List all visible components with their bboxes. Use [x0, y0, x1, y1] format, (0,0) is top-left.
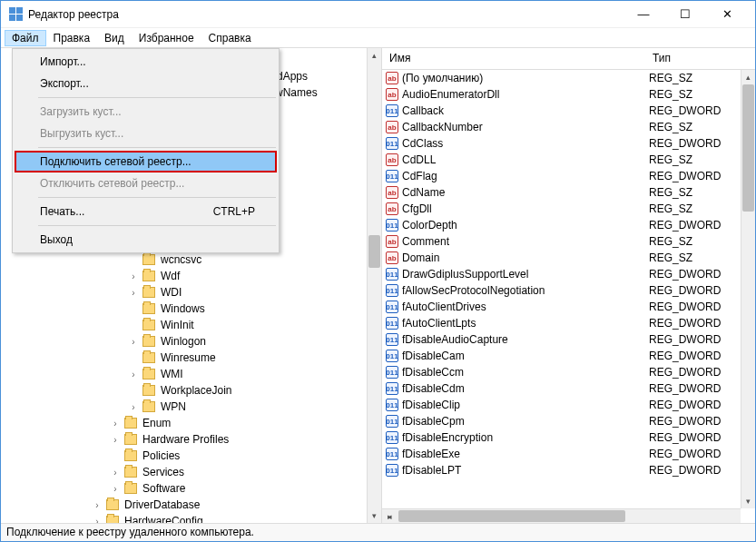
tree-item[interactable]: ›Wdf	[1, 268, 367, 284]
tree-item[interactable]: ›Enum	[1, 415, 367, 431]
tree-item[interactable]: ›Winlogon	[1, 333, 367, 350]
menu-export[interactable]: Экспорт...	[15, 73, 277, 94]
tree-item[interactable]: Windows	[1, 301, 367, 317]
menu-edit[interactable]: Правка	[46, 30, 98, 46]
folder-icon	[142, 271, 155, 281]
scrollbar-thumb[interactable]	[368, 235, 380, 268]
value-row[interactable]: 011fAllowSecProtocolNegotiationREG_DWORD	[382, 282, 741, 299]
tree-item[interactable]: ›DriverDatabase	[1, 497, 367, 513]
expand-icon[interactable]: ›	[110, 419, 121, 429]
value-row[interactable]: 011fAutoClientLptsREG_DWORD	[382, 315, 741, 331]
scrollbar-thumb[interactable]	[742, 84, 754, 212]
value-row[interactable]: abDomainREG_SZ	[382, 250, 741, 266]
tree-item[interactable]: ›WPN	[1, 399, 367, 415]
menu-connect-network-registry[interactable]: Подключить сетевой реестр...	[15, 151, 277, 172]
dword-value-icon: 011	[386, 317, 398, 330]
expand-icon[interactable]: ›	[128, 402, 139, 412]
menu-exit[interactable]: Выход	[15, 229, 277, 251]
scroll-up-icon[interactable]: ▴	[368, 48, 381, 63]
menu-separator	[38, 147, 276, 148]
tree-label: Hardware Profiles	[141, 433, 231, 446]
value-type: REG_SZ	[649, 251, 692, 264]
tree-item[interactable]: ›HardwareConfig	[1, 513, 367, 523]
value-type: REG_SZ	[649, 153, 692, 166]
menu-favorites[interactable]: Избранное	[132, 30, 201, 46]
list-scrollbar-v[interactable]: ▴ ▾	[741, 70, 755, 508]
column-type[interactable]: Тип	[645, 48, 755, 69]
column-name[interactable]: Имя	[382, 48, 645, 69]
scroll-up-icon[interactable]: ▴	[741, 70, 755, 84]
value-row[interactable]: abCfgDllREG_SZ	[382, 201, 741, 217]
value-row[interactable]: abCdDLLREG_SZ	[382, 152, 741, 168]
value-row[interactable]: 011fDisableAudioCaptureREG_DWORD	[382, 331, 741, 348]
minimize-button[interactable]: —	[623, 1, 664, 28]
value-name: Comment	[402, 235, 649, 248]
value-row[interactable]: 011fDisableLPTREG_DWORD	[382, 462, 741, 478]
value-row[interactable]: 011CdClassREG_DWORD	[382, 135, 741, 152]
value-row[interactable]: 011CdFlagREG_DWORD	[382, 168, 741, 184]
expand-icon[interactable]: ›	[128, 370, 139, 379]
tree-item[interactable]: ›WDI	[1, 284, 367, 301]
expand-icon[interactable]: ›	[92, 500, 103, 510]
values-pane: Имя Тип ab(По умолчанию)REG_SZabAudioEnu…	[382, 48, 755, 523]
expand-icon[interactable]: ›	[128, 271, 139, 281]
value-row[interactable]: 011ColorDepthREG_DWORD	[382, 217, 741, 233]
menu-view[interactable]: Вид	[97, 30, 132, 46]
tree-item[interactable]: ›WMI	[1, 366, 367, 382]
value-type: REG_DWORD	[649, 219, 721, 232]
tree-item[interactable]: Policies	[1, 448, 367, 464]
value-row[interactable]: abCommentREG_SZ	[382, 233, 741, 250]
tree-label: Winlogon	[159, 335, 208, 348]
scrollbar-thumb-h[interactable]	[398, 510, 625, 522]
value-row[interactable]: 011fDisableCcmREG_DWORD	[382, 364, 741, 380]
expand-icon[interactable]: ›	[92, 517, 103, 524]
value-row[interactable]: abAudioEnumeratorDllREG_SZ	[382, 86, 741, 103]
tree-label: WorkplaceJoin	[159, 384, 233, 397]
tree-item[interactable]: wcncsvc	[1, 251, 367, 268]
value-row[interactable]: abCallbackNumberREG_SZ	[382, 119, 741, 135]
tree-item[interactable]: WinInit	[1, 317, 367, 333]
value-row[interactable]: 011fDisableCdmREG_DWORD	[382, 380, 741, 397]
expand-icon[interactable]: ›	[110, 468, 121, 478]
value-row[interactable]: 011fDisableEncryptionREG_DWORD	[382, 429, 741, 446]
menu-help[interactable]: Справка	[201, 30, 259, 46]
close-button[interactable]: ✕	[706, 1, 748, 28]
value-row[interactable]: ab(По умолчанию)REG_SZ	[382, 70, 741, 86]
dword-value-icon: 011	[386, 268, 398, 281]
value-row[interactable]: 011fAutoClientDrivesREG_DWORD	[382, 299, 741, 315]
folder-icon	[124, 483, 137, 494]
expand-icon[interactable]: ›	[128, 337, 139, 347]
dword-value-icon: 011	[386, 284, 398, 297]
value-row[interactable]: abCdNameREG_SZ	[382, 184, 741, 201]
list-scrollbar-h[interactable]: ◂ ▸	[382, 508, 741, 523]
tree-scrollbar[interactable]: ▴ ▾	[367, 48, 381, 523]
dword-value-icon: 011	[386, 170, 398, 182]
expand-icon[interactable]: ›	[110, 435, 121, 445]
value-name: DrawGdiplusSupportLevel	[402, 268, 649, 281]
value-row[interactable]: 011fDisableClipREG_DWORD	[382, 397, 741, 413]
tree-item[interactable]: WorkplaceJoin	[1, 382, 367, 399]
tree-item[interactable]: ›Hardware Profiles	[1, 431, 367, 448]
scroll-right-icon[interactable]: ▸	[382, 509, 397, 523]
value-row[interactable]: 011fDisableExeREG_DWORD	[382, 446, 741, 462]
scroll-down-icon[interactable]: ▾	[368, 508, 381, 523]
maximize-button[interactable]: ☐	[664, 1, 706, 28]
menu-print[interactable]: Печать... CTRL+P	[15, 201, 277, 222]
value-row[interactable]: 011DrawGdiplusSupportLevelREG_DWORD	[382, 266, 741, 282]
tree-item[interactable]: Winresume	[1, 350, 367, 366]
menu-import[interactable]: Импорт...	[15, 51, 277, 73]
expand-icon[interactable]: ›	[128, 288, 139, 298]
titlebar[interactable]: Редактор реестра — ☐ ✕	[1, 1, 755, 28]
value-row[interactable]: 011CallbackREG_DWORD	[382, 103, 741, 119]
scroll-down-icon[interactable]: ▾	[741, 494, 755, 508]
tree-item[interactable]: ›Services	[1, 464, 367, 480]
value-type: REG_SZ	[649, 72, 692, 84]
tree-item[interactable]: ›Software	[1, 480, 367, 497]
menu-file[interactable]: Файл	[5, 30, 46, 46]
tree-label: Policies	[141, 449, 182, 462]
dword-value-icon: 011	[386, 366, 398, 379]
value-row[interactable]: 011fDisableCamREG_DWORD	[382, 348, 741, 364]
expand-icon[interactable]: ›	[110, 484, 121, 494]
dword-value-icon: 011	[386, 399, 398, 411]
value-row[interactable]: 011fDisableCpmREG_DWORD	[382, 413, 741, 429]
